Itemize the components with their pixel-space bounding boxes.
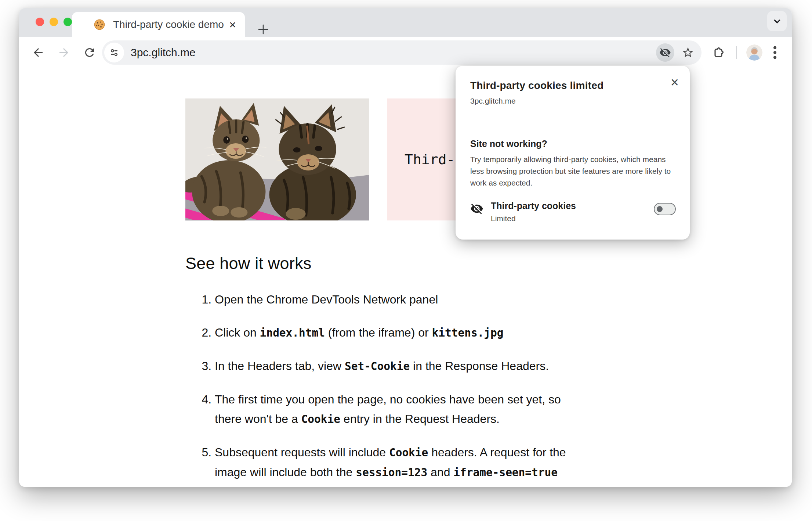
cookie-favicon-icon: [94, 19, 105, 30]
forward-button[interactable]: [56, 44, 72, 61]
tab-third-party-cookie-demo[interactable]: Third-party cookie demo ×: [72, 12, 245, 37]
list-item: Click on index.html (from the iframe) or…: [215, 323, 648, 343]
extensions-button[interactable]: [710, 44, 727, 61]
popup-section-heading: Site not working?: [470, 139, 679, 149]
popup-title: Third-party cookies limited: [470, 80, 675, 91]
reload-button[interactable]: [81, 44, 98, 61]
tab-title: Third-party cookie demo: [113, 19, 229, 30]
arrow-right-icon: [57, 46, 70, 59]
third-party-cookies-popup: Third-party cookies limited 3pc.glitch.m…: [456, 66, 690, 240]
tab-close-button[interactable]: ×: [229, 19, 236, 30]
list-item: Subsequent requests will include Cookie …: [215, 443, 648, 487]
profile-avatar-button[interactable]: [746, 44, 762, 61]
arrow-left-icon: [32, 46, 45, 59]
popup-header: Third-party cookies limited 3pc.glitch.m…: [456, 66, 690, 105]
reload-icon: [83, 46, 96, 59]
setting-status: Limited: [491, 214, 576, 223]
puzzle-icon: [712, 46, 725, 59]
site-settings-button[interactable]: [104, 43, 124, 62]
eye-off-icon: [470, 202, 483, 215]
tune-icon: [109, 47, 120, 58]
chevron-down-icon: [772, 16, 783, 27]
avatar: [746, 44, 762, 61]
new-tab-button[interactable]: [254, 21, 272, 38]
address-bar[interactable]: 3pc.glitch.me: [102, 40, 702, 65]
bookmark-button[interactable]: [679, 43, 697, 62]
popup-body-text: Try temporarily allowing third-party coo…: [470, 154, 679, 189]
toolbar-separator: [736, 46, 737, 59]
minimize-window-button[interactable]: [50, 18, 58, 26]
list-item: In the Headers tab, view Set-Cookie in t…: [215, 356, 648, 376]
eye-off-icon: [659, 47, 671, 58]
window-controls: [36, 18, 72, 26]
toggle-knob: [657, 206, 663, 212]
article: See how it works Open the Chrome DevTool…: [185, 254, 648, 487]
iframe-text: Third-: [387, 151, 455, 168]
third-party-cookies-indicator-button[interactable]: [656, 43, 674, 62]
url-text: 3pc.glitch.me: [131, 46, 656, 59]
close-window-button[interactable]: [36, 18, 44, 26]
kittens-photo: [185, 98, 369, 220]
page-title: See how it works: [185, 254, 648, 273]
kebab-menu-icon: [773, 45, 777, 60]
popup-site: 3pc.glitch.me: [470, 97, 675, 105]
toolbar: 3pc.glitch.me: [19, 37, 792, 68]
tab-strip: Third-party cookie demo ×: [19, 8, 792, 37]
desktop-background: Third-party cookie demo ×: [0, 0, 812, 521]
zoom-window-button[interactable]: [64, 18, 72, 26]
third-party-cookies-toggle[interactable]: [654, 203, 676, 215]
plus-icon: [257, 23, 269, 36]
star-icon: [682, 46, 694, 59]
cookies-setting-row: Third-party cookies Limited: [470, 201, 679, 223]
browser-window: Third-party cookie demo ×: [19, 8, 792, 487]
back-button[interactable]: [30, 44, 46, 61]
setting-label: Third-party cookies: [491, 201, 576, 211]
cookies-setting-labels: Third-party cookies Limited: [491, 201, 576, 223]
steps-list: Open the Chrome DevTools Network panelCl…: [185, 290, 648, 487]
browser-menu-button[interactable]: [768, 44, 782, 61]
tab-overview-button[interactable]: [767, 11, 787, 31]
list-item: The first time you open the page, no coo…: [215, 390, 648, 429]
popup-body: Site not working? Try temporarily allowi…: [456, 124, 690, 223]
popup-close-button[interactable]: ×: [671, 75, 679, 89]
list-item: Open the Chrome DevTools Network panel: [215, 290, 648, 309]
